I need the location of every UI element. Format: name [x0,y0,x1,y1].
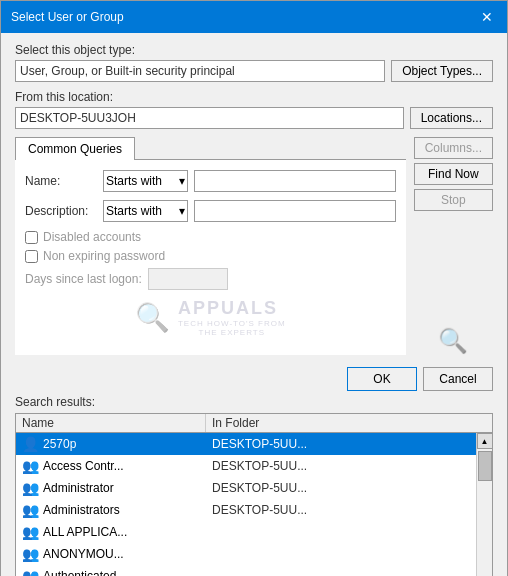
location-input[interactable] [15,107,404,129]
watermark-text: APPUALS [178,298,278,318]
user-icon: 👤 [22,436,39,452]
results-container: Name In Folder 👤 2570p DESKTOP-5UU... [15,413,493,576]
table-row[interactable]: 👥 Administrator DESKTOP-5UU... [16,477,476,499]
locations-button[interactable]: Locations... [410,107,493,129]
object-type-group: Select this object type: Object Types... [15,43,493,82]
result-name-cell: 👤 2570p [16,434,206,454]
tab-section: Common Queries Name: Starts with ▾ D [15,137,493,355]
col-header-name: Name [16,414,206,432]
disabled-accounts-checkbox[interactable] [25,231,38,244]
desc-query-row: Description: Starts with ▾ [25,200,396,222]
location-label: From this location: [15,90,493,104]
logon-input[interactable] [148,268,228,290]
user-icon: 👥 [22,502,39,518]
columns-button[interactable]: Columns... [414,137,493,159]
tab-header: Common Queries [15,137,406,159]
desc-filter-dropdown[interactable]: Starts with ▾ [103,200,188,222]
search-results-section: Search results: Name In Folder 👤 2570p [15,395,493,576]
desc-query-input[interactable] [194,200,396,222]
results-scroll-area: 👤 2570p DESKTOP-5UU... 👥 Access Contr...… [16,433,492,576]
find-now-button[interactable]: Find Now [414,163,493,185]
non-expiring-checkbox[interactable] [25,250,38,263]
watermark-sub: TECH HOW-TO'S FROMTHE EXPERTS [178,319,286,337]
dialog-title: Select User or Group [11,10,124,24]
watermark-icon: 🔍 [135,301,170,334]
close-button[interactable]: ✕ [477,7,497,27]
table-row[interactable]: 👥 ANONYMOU... [16,543,476,565]
location-group: From this location: Locations... [15,90,493,129]
user-icon: 👥 [22,524,39,540]
side-buttons: Columns... Find Now Stop 🔍 [414,137,493,355]
object-type-label: Select this object type: [15,43,493,57]
watermark-area: 🔍 APPUALS TECH HOW-TO'S FROMTHE EXPERTS [25,290,396,345]
table-row[interactable]: 👤 2570p DESKTOP-5UU... [16,433,476,455]
logon-label: Days since last logon: [25,272,142,286]
scrollbar-track[interactable]: ▲ ▼ [476,433,492,576]
table-row[interactable]: 👥 ALL APPLICA... [16,521,476,543]
object-type-input[interactable] [15,60,385,82]
scroll-up-button[interactable]: ▲ [477,433,493,449]
tab-common-queries[interactable]: Common Queries [15,137,135,160]
user-icon: 👥 [22,458,39,474]
user-icon: 👥 [22,568,39,576]
table-row[interactable]: 👥 Administrators DESKTOP-5UU... [16,499,476,521]
object-types-button[interactable]: Object Types... [391,60,493,82]
desc-query-label: Description: [25,204,97,218]
select-user-group-dialog: Select User or Group ✕ Select this objec… [0,0,508,576]
results-table-header: Name In Folder [16,414,492,433]
table-row[interactable]: 👥 Authenticated... [16,565,476,576]
scroll-thumb[interactable] [478,451,492,481]
ok-button[interactable]: OK [347,367,417,391]
user-icon: 👥 [22,480,39,496]
results-list: 👤 2570p DESKTOP-5UU... 👥 Access Contr...… [16,433,476,576]
name-query-input[interactable] [194,170,396,192]
magnifier-icon: 🔍 [414,327,493,355]
non-expiring-label: Non expiring password [43,249,165,263]
cancel-button[interactable]: Cancel [423,367,493,391]
non-expiring-row: Non expiring password [25,249,396,263]
name-filter-dropdown[interactable]: Starts with ▾ [103,170,188,192]
stop-button[interactable]: Stop [414,189,493,211]
table-row[interactable]: 👥 Access Contr... DESKTOP-5UU... [16,455,476,477]
search-results-label: Search results: [15,395,493,409]
tab-content: Name: Starts with ▾ Description: Starts … [15,159,406,355]
bottom-buttons: OK Cancel [15,361,493,395]
col-header-folder: In Folder [206,414,492,432]
name-query-row: Name: Starts with ▾ [25,170,396,192]
title-bar: Select User or Group ✕ [1,1,507,33]
logon-row: Days since last logon: [25,268,396,290]
tab-wrapper: Common Queries Name: Starts with ▾ D [15,137,406,355]
disabled-accounts-label: Disabled accounts [43,230,141,244]
user-icon: 👥 [22,546,39,562]
name-query-label: Name: [25,174,97,188]
disabled-accounts-row: Disabled accounts [25,230,396,244]
